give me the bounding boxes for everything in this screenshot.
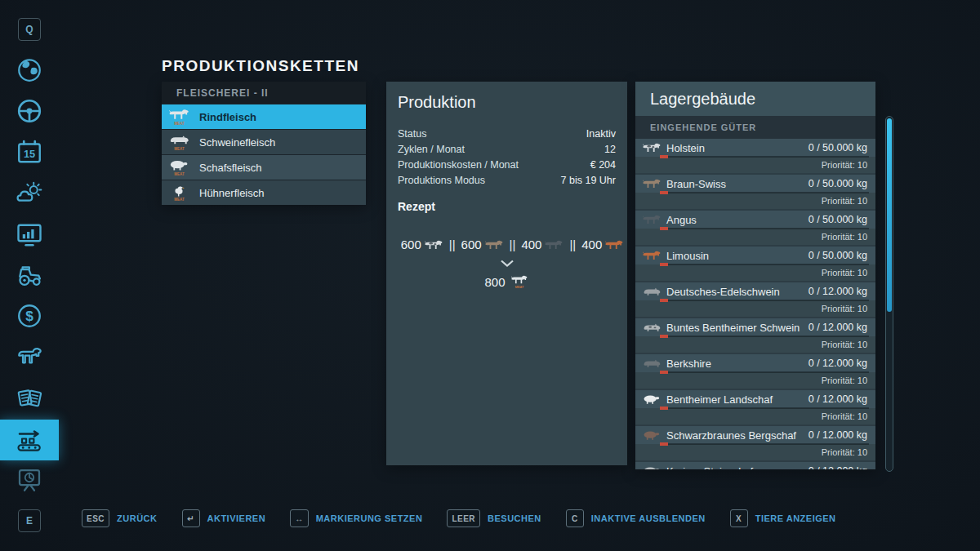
fill-level-bar	[660, 156, 869, 158]
sidebar-item[interactable]	[0, 379, 59, 418]
q-keycap-icon: Q	[18, 18, 41, 41]
sidebar-item[interactable]: $	[0, 296, 59, 335]
storage-item-row[interactable]: Deutsches-Edelschwein 0 / 12.000 kg Prio…	[635, 282, 875, 317]
storage-panel-title: Lagergebäude	[635, 82, 875, 116]
storage-item-row[interactable]: Limousin 0 / 50.000 kg Priorität: 10	[635, 247, 875, 281]
svg-text:MEAT: MEAT	[174, 172, 185, 176]
tractor-icon	[15, 260, 44, 290]
storage-item-amount: 0 / 12.000 kg	[808, 358, 867, 369]
berkshire-pig-icon	[642, 357, 662, 370]
storage-item-amount: 0 / 50.000 kg	[808, 142, 867, 153]
storage-item-name: Limousin	[666, 250, 808, 262]
storage-scrollbar[interactable]	[885, 116, 893, 472]
chevron-down-icon	[398, 260, 616, 267]
hotkey-button[interactable]: ESC ZURÜCK	[82, 509, 158, 527]
storage-item-name: Bentheimer Landschaf	[666, 393, 808, 406]
storage-item-amount: 0 / 50.000 kg	[808, 214, 867, 225]
sidebar-item[interactable]	[0, 215, 59, 254]
calendar-icon: 15	[15, 138, 44, 167]
svg-text:MEAT: MEAT	[174, 147, 185, 151]
angus-cow-icon	[642, 213, 662, 226]
limousin-cow-icon	[602, 238, 624, 251]
storage-item-row[interactable]: Schwarzbraunes Bergschaf 0 / 12.000 kg P…	[635, 426, 875, 460]
scrollbar-thumb[interactable]	[887, 118, 892, 312]
sidebar-item[interactable]: Q	[0, 10, 59, 49]
chain-list-item[interactable]: MEAT Hühnerfleisch	[162, 180, 366, 205]
recipe-output-amount: 800	[484, 275, 505, 289]
chain-list-item[interactable]: MEAT Rindfleisch	[162, 104, 366, 129]
hotkey-button[interactable]: C INAKTIVE AUSBLENDEN	[566, 509, 706, 527]
recipe-input: || 400	[564, 238, 624, 251]
hotkey-button[interactable]: X TIERE ANZEIGEN	[730, 509, 836, 527]
recipe-input: 600	[390, 238, 443, 251]
sidebar-item[interactable]	[0, 420, 59, 460]
cow-icon	[15, 343, 44, 372]
recipe-input: || 400	[504, 238, 564, 251]
landschaf-sheep-icon	[642, 393, 662, 406]
mutton-meat-icon: MEAT	[168, 158, 191, 176]
keycap: ↔	[290, 509, 309, 527]
hotkey-label: MARKIERUNG SETZEN	[316, 513, 423, 523]
storage-item-priority: Priorität: 10	[822, 411, 867, 421]
limousin-cow-icon	[642, 249, 662, 262]
hotkey-label: ZURÜCK	[117, 513, 157, 523]
storage-item-row[interactable]: Berkshire 0 / 12.000 kg Priorität: 10	[635, 354, 875, 389]
sidebar-item[interactable]: E	[0, 501, 59, 540]
hotkey-button[interactable]: ↔ MARKIERUNG SETZEN	[290, 509, 422, 527]
chain-list-item[interactable]: MEAT Schweinefleisch	[162, 129, 366, 154]
recipe-separator: ||	[449, 238, 456, 251]
sidebar-item[interactable]	[0, 91, 59, 131]
production-stat-row: Zyklen / Monat 12	[398, 142, 616, 158]
storage-item-priority: Priorität: 10	[822, 304, 867, 313]
beef-meat-icon: MEAT	[168, 108, 191, 126]
stat-label: Produktionskosten / Monat	[398, 158, 519, 173]
fill-level-bar	[660, 335, 869, 337]
braunswiss-cow-icon	[482, 238, 504, 251]
recipe-amount: 400	[581, 238, 602, 251]
keycap: X	[730, 509, 748, 527]
storage-item-name: Holstein	[666, 142, 808, 154]
hotkey-label: AKTIVIEREN	[207, 513, 266, 523]
fill-level-bar	[660, 407, 869, 409]
sidebar-item[interactable]	[0, 460, 59, 500]
fill-level-indicator	[660, 191, 668, 194]
sidebar-item[interactable]	[0, 51, 59, 90]
fill-level-indicator	[660, 442, 668, 446]
recipe-input: || 600	[443, 238, 504, 251]
stat-label: Status	[398, 127, 426, 142]
sidebar-item[interactable]	[0, 338, 59, 377]
sidebar-item[interactable]	[0, 256, 59, 295]
hotkey-button[interactable]: ↵ AKTIVIEREN	[182, 509, 266, 527]
storage-item-row[interactable]: Buntes Bentheimer Schwein 0 / 12.000 kg …	[635, 318, 875, 353]
storage-item-row[interactable]: Bentheimer Landschaf 0 / 12.000 kg Prior…	[635, 390, 875, 424]
storage-item-row[interactable]: Krainer Steinschaf 0 / 12.000 kg Priorit…	[635, 462, 875, 469]
hotkey-button[interactable]: LEER BESUCHEN	[447, 509, 541, 527]
holstein-cow-icon	[421, 238, 443, 251]
svg-text:MEAT: MEAT	[174, 122, 185, 126]
fill-level-bar	[660, 300, 869, 301]
storage-item-row[interactable]: Angus 0 / 50.000 kg Priorität: 10	[635, 211, 875, 245]
q-keycap-icon: Q	[18, 18, 41, 41]
storage-item-name: Krainer Steinschaf	[666, 465, 808, 470]
pork-meat-icon: MEAT	[168, 133, 191, 151]
storage-item-row[interactable]: Braun-Swiss 0 / 50.000 kg Priorität: 10	[635, 175, 875, 209]
recipe-separator: ||	[569, 238, 576, 251]
storage-item-amount: 0 / 12.000 kg	[808, 429, 867, 441]
sidebar-item[interactable]: 15	[0, 133, 59, 172]
storage-item-row[interactable]: Holstein 0 / 50.000 kg Priorität: 10	[635, 139, 875, 173]
storage-item-amount: 0 / 50.000 kg	[808, 250, 867, 261]
sidebar-item[interactable]	[0, 174, 59, 213]
fill-level-indicator	[660, 407, 668, 410]
storage-item-priority: Priorität: 10	[822, 268, 867, 278]
steinschaf-sheep-icon	[642, 464, 662, 469]
production-stat-row: Produktionskosten / Monat € 204	[398, 158, 616, 173]
recipe-inputs: 600 || 600 || 400 || 400	[398, 238, 616, 251]
fill-level-indicator	[660, 299, 668, 302]
storage-item-name: Berkshire	[666, 358, 808, 370]
fill-level-indicator	[660, 227, 668, 230]
chain-list-item[interactable]: MEAT Schafsfleisch	[162, 154, 366, 180]
stat-value: 12	[604, 142, 616, 158]
steering-wheel-icon	[15, 96, 44, 126]
production-stat-row: Status Inaktiv	[398, 127, 616, 142]
storage-item-name: Braun-Swiss	[666, 178, 808, 190]
